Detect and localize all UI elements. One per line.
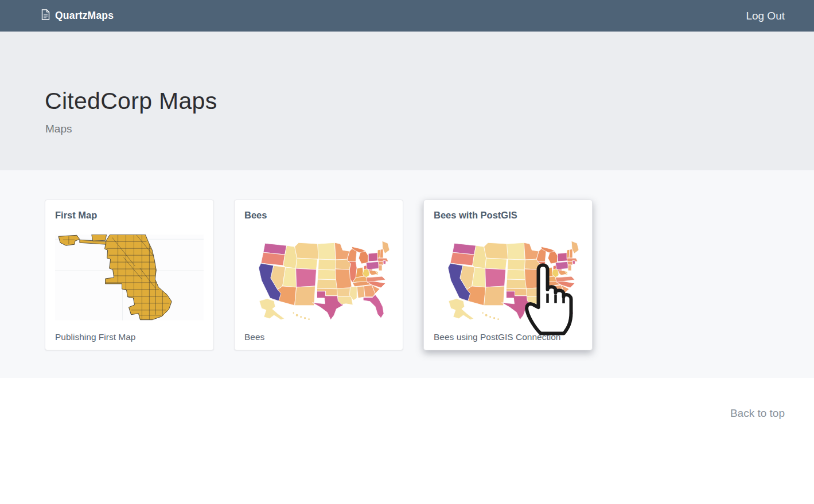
card-title: Bees (244, 210, 393, 221)
page-footer: Back to top (0, 378, 814, 504)
quartzmaps-page: QuartzMaps Log Out CitedCorp Maps Maps F… (0, 0, 814, 504)
card-title: First Map (55, 210, 204, 221)
map-card-bees-postgis[interactable]: Bees with PostGIS Bees using PostGIS Con… (423, 200, 593, 350)
us-choropleth-thumbnail[interactable] (244, 235, 393, 321)
us-choropleth-thumbnail[interactable] (434, 235, 582, 321)
card-caption: Bees (244, 332, 393, 342)
maps-card-list: First Map (0, 170, 814, 378)
page-title: CitedCorp Maps (45, 88, 814, 115)
logout-link[interactable]: Log Out (746, 10, 785, 22)
back-to-top-link[interactable]: Back to top (730, 407, 785, 419)
card-caption: Publishing First Map (55, 332, 204, 342)
card-title: Bees with PostGIS (434, 210, 582, 221)
document-icon (41, 9, 50, 22)
brand-link[interactable]: QuartzMaps (41, 9, 114, 22)
chicago-map-thumbnail[interactable] (55, 235, 204, 321)
card-caption: Bees using PostGIS Connection (434, 332, 582, 342)
top-navigation-bar: QuartzMaps Log Out (0, 0, 814, 32)
map-card-first-map[interactable]: First Map (45, 200, 214, 350)
hero-section: CitedCorp Maps Maps (0, 32, 814, 170)
map-card-bees[interactable]: Bees Bees (234, 200, 403, 350)
page-subtitle: Maps (45, 123, 814, 135)
app-title: QuartzMaps (55, 10, 114, 22)
